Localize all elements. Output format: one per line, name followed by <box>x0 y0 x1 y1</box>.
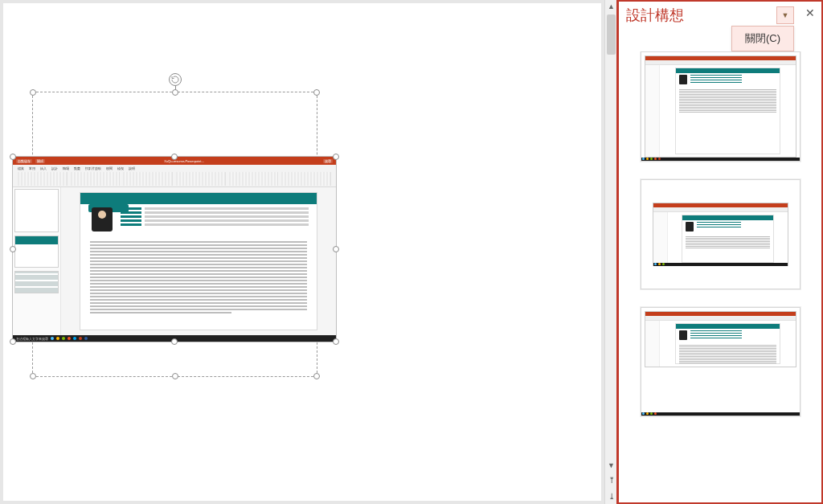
tab: 說明 <box>129 166 135 170</box>
slide-canvas[interactable]: 自動儲存 關閉 XuQu-resume-Powerpoint... 搜尋 檔案 … <box>3 3 601 501</box>
embedded-body <box>13 187 336 335</box>
taskbar-search: 在這裡輸入文字來搜尋 <box>16 337 48 341</box>
inserted-screenshot-image[interactable]: 自動儲存 關閉 XuQu-resume-Powerpoint... 搜尋 檔案 … <box>12 156 337 342</box>
avatar-photo <box>92 207 113 232</box>
prev-slide-icon[interactable]: ⤒ <box>605 472 617 488</box>
embedded-slide <box>80 192 317 330</box>
autosave-chip: 自動儲存 <box>16 159 32 163</box>
slide-edit-area: 自動儲存 關閉 XuQu-resume-Powerpoint... 搜尋 檔案 … <box>0 0 617 504</box>
close-flyout-button[interactable]: 關閉(C) <box>731 26 794 51</box>
body-paragraph <box>90 241 307 323</box>
resize-handle[interactable] <box>10 338 16 345</box>
resize-handle[interactable] <box>313 373 320 379</box>
autosave-state: 關閉 <box>35 159 45 163</box>
design-idea-2[interactable] <box>641 179 800 289</box>
embedded-ribbon-tabs: 檔案 常用 插入 設計 轉場 動畫 投影片放映 校閱 檢視 說明 <box>13 165 336 171</box>
info-block <box>121 207 309 227</box>
design-idea-1[interactable] <box>641 51 800 162</box>
close-icon[interactable]: ✕ <box>800 6 820 19</box>
resize-handle[interactable] <box>313 89 320 96</box>
resize-handle[interactable] <box>171 154 178 160</box>
pane-menu-dropdown[interactable]: ▼ <box>776 6 794 24</box>
embedded-thumb-2 <box>14 236 59 268</box>
resize-handle[interactable] <box>10 154 16 160</box>
next-slide-icon[interactable]: ⤓ <box>605 488 617 504</box>
slide-header-band <box>80 193 317 204</box>
resize-handle[interactable] <box>172 89 178 96</box>
embedded-slide-area <box>61 187 336 335</box>
tab: 檢視 <box>117 166 124 170</box>
resize-handle[interactable] <box>30 89 36 96</box>
embedded-filename: XuQu-resume-Powerpoint... <box>162 159 206 163</box>
embedded-ribbon: 檔案 常用 插入 設計 轉場 動畫 投影片放映 校閱 檢視 說明 <box>13 165 336 187</box>
rotate-handle-icon[interactable] <box>169 73 182 86</box>
resize-handle[interactable] <box>333 246 339 252</box>
tab: 動畫 <box>74 166 80 170</box>
embedded-ribbon-tools <box>13 171 336 186</box>
embedded-thumb-1 <box>14 189 59 232</box>
vertical-scrollbar[interactable]: ▲ ▼ <box>604 0 617 472</box>
resize-handle[interactable] <box>333 154 339 160</box>
design-ideas-list <box>618 51 823 504</box>
tab: 插入 <box>40 166 47 170</box>
tab: 轉場 <box>63 166 69 170</box>
scroll-thumb[interactable] <box>607 14 616 55</box>
tab: 校閱 <box>106 166 113 170</box>
tab: 檔案 <box>18 166 24 170</box>
design-idea-3[interactable] <box>641 307 800 417</box>
embedded-thumb-3 <box>14 271 59 293</box>
scroll-down-icon[interactable]: ▼ <box>605 459 617 472</box>
scroll-up-icon[interactable]: ▲ <box>605 0 617 13</box>
tab: 設計 <box>51 166 58 170</box>
resize-handle[interactable] <box>171 338 178 345</box>
embedded-thumbnail-rail <box>13 187 61 335</box>
search-hint: 搜尋 <box>323 159 333 163</box>
app-root: 自動儲存 關閉 XuQu-resume-Powerpoint... 搜尋 檔案 … <box>0 0 823 504</box>
design-ideas-pane: 設計構想 ▼ ✕ 關閉(C) <box>617 0 823 504</box>
resize-handle[interactable] <box>333 338 339 345</box>
pane-title: 設計構想 <box>626 6 684 25</box>
tab: 常用 <box>29 166 35 170</box>
close-flyout-label: 關閉(C) <box>745 32 780 44</box>
resize-handle[interactable] <box>172 373 178 379</box>
tab: 投影片放映 <box>85 166 101 170</box>
slide-nav-buttons: ⤒ ⤓ <box>604 472 617 504</box>
resize-handle[interactable] <box>30 373 36 379</box>
resize-handle[interactable] <box>10 246 16 252</box>
